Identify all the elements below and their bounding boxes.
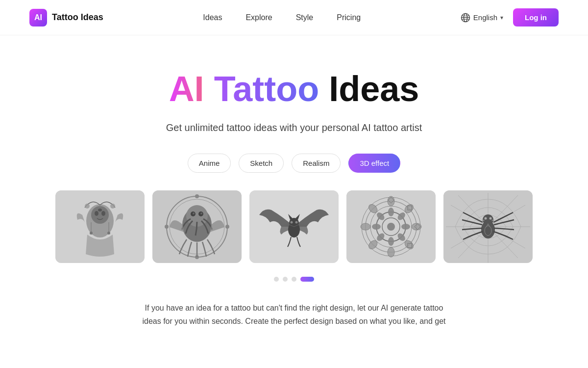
svg-point-23 [225, 225, 229, 229]
gallery-item-goddess [55, 190, 145, 263]
svg-point-41 [387, 223, 395, 231]
hero-subtitle: Get unlimited tattoo ideas with your per… [166, 120, 422, 135]
header-right: English ▾ Log in [461, 8, 559, 26]
svg-point-16 [110, 204, 115, 209]
svg-point-42 [388, 196, 394, 206]
nav-item-explore[interactable]: Explore [245, 13, 272, 22]
logo[interactable]: AI Tattoo Ideas [29, 9, 103, 26]
svg-point-56 [372, 224, 381, 230]
hero-title-tattoo: Tattoo [214, 69, 319, 108]
svg-point-13 [107, 232, 110, 235]
svg-point-72 [490, 217, 492, 220]
hero-title-ai: AI [169, 69, 204, 108]
gallery-item-spider [443, 190, 533, 263]
svg-point-22 [165, 225, 169, 229]
language-label: English [473, 13, 497, 22]
svg-point-29 [200, 212, 202, 214]
bottom-description: If you have an idea for a tattoo but can… [132, 301, 456, 328]
header: AI Tattoo Ideas Ideas Explore Style Pric… [0, 0, 588, 35]
svg-point-15 [85, 204, 90, 209]
svg-point-73 [483, 220, 485, 221]
pagination-dot-2[interactable] [283, 277, 288, 282]
gallery-item-cthulhu [152, 190, 242, 263]
main-nav: Ideas Explore Style Pricing [203, 13, 361, 22]
logo-icon: AI [29, 9, 47, 26]
svg-point-28 [193, 212, 195, 214]
svg-point-54 [388, 237, 394, 246]
filter-pills: Anime Sketch Realism 3D effect [188, 154, 400, 173]
filter-realism[interactable]: Realism [292, 154, 341, 173]
hero-title-ideas: Ideas [329, 69, 419, 108]
filter-anime[interactable]: Anime [188, 154, 231, 173]
login-button[interactable]: Log in [513, 8, 559, 26]
svg-point-50 [388, 208, 394, 216]
nav-item-ideas[interactable]: Ideas [203, 13, 222, 22]
globe-icon [461, 13, 470, 23]
nav-item-pricing[interactable]: Pricing [337, 13, 361, 22]
svg-point-33 [291, 221, 293, 224]
filter-sketch[interactable]: Sketch [239, 154, 284, 173]
pagination-dot-4[interactable] [300, 277, 314, 282]
svg-point-48 [361, 223, 370, 230]
logo-text: Tattoo Ideas [52, 12, 103, 23]
language-selector[interactable]: English ▾ [461, 13, 503, 23]
pagination-dot-3[interactable] [292, 277, 296, 282]
pagination-dots [274, 277, 314, 282]
svg-point-74 [492, 220, 493, 221]
svg-point-44 [412, 223, 421, 230]
svg-point-46 [388, 247, 394, 257]
svg-point-52 [401, 224, 410, 230]
main-content: AI Tattoo Ideas Get unlimited tattoo ide… [0, 35, 588, 328]
svg-point-34 [295, 221, 298, 224]
svg-point-11 [90, 232, 93, 235]
svg-point-71 [485, 217, 487, 220]
gallery-item-bat [249, 190, 339, 263]
filter-3d-effect[interactable]: 3D effect [348, 154, 400, 173]
svg-point-20 [195, 194, 199, 198]
svg-point-9 [101, 211, 105, 216]
chevron-down-icon: ▾ [500, 14, 503, 21]
svg-point-14 [98, 209, 102, 211]
gallery-item-mandala [346, 190, 436, 263]
hero-title: AI Tattoo Ideas [169, 70, 419, 108]
gallery [55, 190, 533, 263]
svg-point-8 [95, 211, 98, 216]
pagination-dot-1[interactable] [274, 277, 279, 282]
nav-item-style[interactable]: Style [296, 13, 314, 22]
